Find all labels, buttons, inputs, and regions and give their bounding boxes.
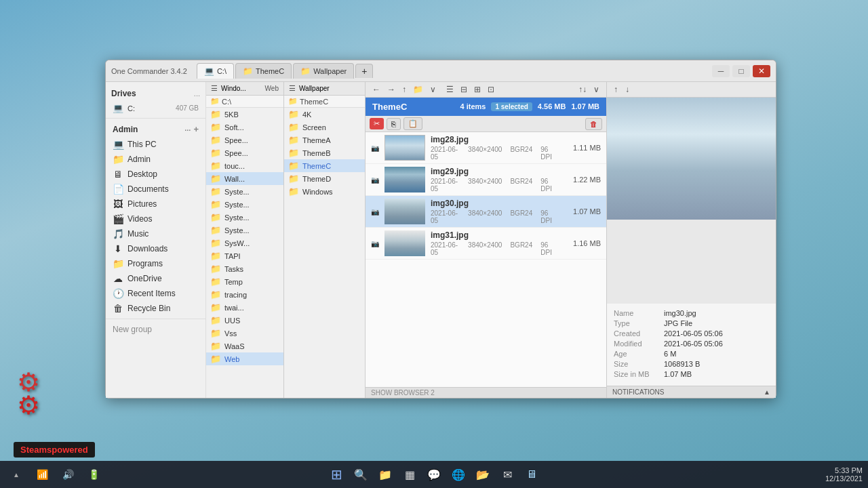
tab-new[interactable]: + [355, 64, 373, 78]
admin-more-button[interactable]: ... [184, 124, 191, 134]
list-item[interactable]: 📁Soft... [206, 121, 283, 134]
sidebar-item-onedrive[interactable]: ☁ OneDrive [106, 271, 205, 286]
view-tile-button[interactable]: ⊡ [485, 83, 497, 96]
list-item-web[interactable]: 📁Web [206, 352, 283, 365]
panel-wallpaper-toolbar: ☰ Wallpaper [284, 82, 365, 96]
list-item-themeb[interactable]: 📁ThemeB [284, 146, 365, 159]
view-details-button[interactable]: ⊟ [458, 83, 470, 96]
tab-c-drive[interactable]: 💻 C:\ [197, 63, 234, 79]
nav-back-button[interactable]: ← [370, 83, 383, 96]
sidebar-item-this-pc[interactable]: 💻 This PC [106, 137, 205, 152]
close-button[interactable]: ✕ [753, 65, 770, 77]
notifications-toggle[interactable]: ▲ [764, 388, 770, 396]
sidebar-item-desktop[interactable]: 🖥 Desktop [106, 167, 205, 182]
preview-down-button[interactable]: ↓ [623, 83, 632, 96]
file-row-img31[interactable]: 📷 img31.jpg 2021-06-05 3840×2400 BGR24 9… [366, 228, 606, 260]
sidebar-item-downloads[interactable]: ⬇ Downloads [106, 241, 205, 256]
mail-button[interactable]: ✉ [496, 464, 518, 485]
info-size-row: Size 1068913 B [614, 360, 769, 368]
explorer-button[interactable]: 📂 [472, 464, 494, 485]
list-item[interactable]: 📁touc... [206, 159, 283, 172]
list-item[interactable]: 📁Syste... [206, 211, 283, 224]
list-item[interactable]: 📁Spee... [206, 146, 283, 159]
sidebar-item-videos[interactable]: 🎬 Videos [106, 211, 205, 226]
copy-button[interactable]: ⎘ [387, 118, 401, 130]
search-button[interactable]: 🔍 [350, 464, 372, 485]
view-list-button[interactable]: ☰ [443, 83, 456, 96]
delete-button[interactable]: 🗑 [585, 118, 602, 130]
list-item[interactable]: 📁Tasks [206, 262, 283, 275]
list-item[interactable]: 📁twai... [206, 301, 283, 314]
list-item[interactable]: 📁Vss [206, 327, 283, 340]
start-button[interactable]: ⊞ [326, 464, 347, 485]
list-item[interactable]: 📁Syste... [206, 185, 283, 198]
list-item[interactable]: 📁UUS [206, 314, 283, 327]
sidebar-item-recycle[interactable]: 🗑 Recycle Bin [106, 301, 205, 316]
admin-add-button[interactable]: + [193, 124, 199, 134]
taskbar-battery-icon[interactable]: 🔋 [83, 464, 104, 485]
tab-wallpaper-icon: 📁 [300, 66, 311, 76]
commander-button[interactable]: 🖥 [521, 464, 542, 485]
file-row-img29[interactable]: 📷 img29.jpg 2021-06-05 3840×2400 BGR24 9… [366, 164, 606, 196]
nav-up-button[interactable]: ↑ [399, 83, 409, 96]
minimize-button[interactable]: ─ [712, 65, 730, 77]
list-item[interactable]: 📁Syste... [206, 198, 283, 211]
drive-c[interactable]: 💻 C: 407 GB [106, 101, 205, 115]
sidebar-item-music[interactable]: 🎵 Music [106, 226, 205, 241]
file-row-img28[interactable]: 📷 img28.jpg 2021-06-05 3840×2400 BGR24 9… [366, 132, 606, 164]
list-item-themea[interactable]: 📁ThemeA [284, 134, 365, 146]
tab-wallpaper[interactable]: 📁 Wallpaper [293, 63, 354, 79]
nav-forward-button[interactable]: → [384, 83, 398, 96]
view-large-button[interactable]: ⊞ [471, 83, 484, 96]
list-item-wall[interactable]: 📁Wall... [206, 172, 283, 185]
list-item[interactable]: 📁Syste... [206, 224, 283, 237]
total-size: 4.56 MB [538, 102, 566, 111]
list-item[interactable]: 📁SysW... [206, 237, 283, 249]
paste-button[interactable]: 📋 [403, 117, 422, 130]
maximize-button[interactable]: □ [732, 65, 750, 77]
list-item-themec[interactable]: 📁ThemeC [284, 159, 365, 172]
list-item[interactable]: 📁tracing [206, 288, 283, 301]
widgets-button[interactable]: ▦ [399, 464, 420, 485]
sidebar-item-documents[interactable]: 📄 Documents [106, 182, 205, 197]
list-item[interactable]: 📁5KB [206, 108, 283, 121]
nav-folder-button[interactable]: 📁 [410, 83, 426, 96]
sidebar-item-programs[interactable]: 📁 Programs [106, 256, 205, 271]
taskbar-volume-icon[interactable]: 🔊 [57, 464, 79, 485]
sidebar-item-admin[interactable]: 📁 Admin [106, 152, 205, 167]
file-row-img30[interactable]: 📷 img30.jpg 2021-06-05 3840×2400 BGR24 9… [366, 196, 606, 228]
sort-button[interactable]: ↑↓ [576, 83, 589, 96]
sidebar-item-recent[interactable]: 🕐 Recent Items [106, 286, 205, 301]
panel-wallpaper-menu[interactable]: ☰ [287, 83, 298, 94]
edge-button[interactable]: 🌐 [448, 464, 469, 485]
panel-menu-button[interactable]: ☰ [209, 83, 220, 94]
list-item[interactable]: 📁Spee... [206, 134, 283, 146]
preview-up-button[interactable]: ↑ [611, 83, 620, 96]
list-item[interactable]: 📁Temp [206, 275, 283, 288]
taskbar-system-tray-left: ▲ [5, 464, 27, 485]
list-item-screen[interactable]: 📁Screen [284, 121, 365, 134]
taskbar-right: 5:33 PM 12/13/2021 [825, 466, 863, 483]
panel-web-tab[interactable]: Web [263, 84, 281, 93]
taskbar-network-icon[interactable]: 📶 [31, 464, 53, 485]
nav-dropdown[interactable]: ∨ [427, 83, 439, 96]
cut-button[interactable]: ✂ [370, 118, 384, 129]
music-icon: 🎵 [113, 228, 123, 239]
list-item[interactable]: 📁TAPI [206, 249, 283, 262]
tab-themec[interactable]: 📁 ThemeC [235, 63, 292, 79]
list-item-themed[interactable]: 📁ThemeD [284, 172, 365, 185]
clock[interactable]: 5:33 PM 12/13/2021 [825, 466, 863, 483]
sidebar-item-pictures[interactable]: 🖼 Pictures [106, 197, 205, 211]
file-panel-header: ThemeC 4 items 1 selected 4.56 MB 1.07 M… [366, 98, 606, 116]
list-item-4k[interactable]: 📁4K [284, 108, 365, 121]
new-group-button[interactable]: New group [106, 322, 205, 337]
file-thumb-img31 [384, 230, 425, 256]
teams-button[interactable]: 💬 [423, 464, 445, 485]
drives-more-button[interactable]: ... [194, 89, 200, 98]
filter-button[interactable]: ∨ [591, 83, 602, 96]
panel-windows-header: Windo... [221, 85, 262, 92]
steam-badge[interactable]: Steamspowered [14, 442, 95, 458]
list-item-windows[interactable]: 📁Windows [284, 185, 365, 198]
list-item[interactable]: 📁WaaS [206, 340, 283, 352]
task-view-button[interactable]: 📁 [374, 464, 396, 485]
